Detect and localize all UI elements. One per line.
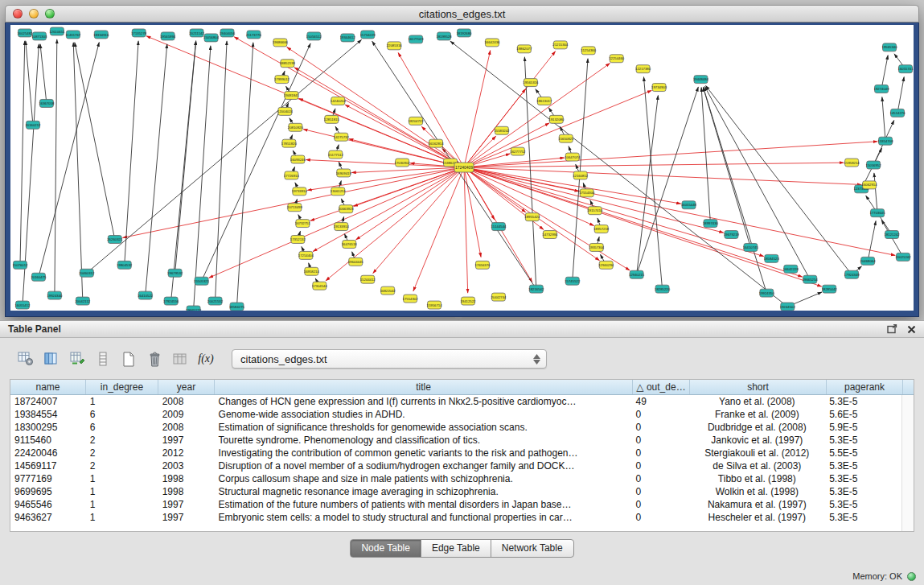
citation-edge[interactable] — [524, 57, 536, 289]
graph-node[interactable]: 18852199 — [280, 60, 296, 68]
graph-node[interactable]: 17924349 — [844, 270, 860, 278]
graph-node[interactable]: 20021242 — [896, 253, 912, 261]
graph-node[interactable]: 19344612 — [340, 34, 356, 42]
graph-node[interactable]: 19804532 — [117, 261, 133, 269]
graph-node[interactable]: 18285220 — [655, 285, 671, 293]
citation-edge[interactable] — [26, 41, 33, 125]
function-builder-icon[interactable]: f(x) — [193, 348, 219, 370]
show-columns-icon[interactable] — [39, 348, 64, 370]
graph-node[interactable]: 12851815 — [324, 115, 340, 123]
graph-node[interactable]: 16410745 — [743, 243, 759, 251]
delete-table-icon[interactable] — [142, 348, 167, 370]
graph-node[interactable]: 15177512 — [328, 150, 344, 159]
graph-node[interactable]: 17924556 — [163, 297, 179, 305]
citation-edge[interactable] — [87, 39, 362, 273]
column-header-year[interactable]: year — [158, 380, 215, 394]
graph-node[interactable]: 15734229 — [360, 31, 376, 39]
graph-node[interactable]: 20042112 — [75, 297, 90, 305]
graph-node[interactable]: 19481841 — [284, 92, 300, 100]
citation-edge-red[interactable] — [464, 167, 468, 293]
graph-node[interactable]: 18955424 — [524, 213, 540, 221]
graph-node[interactable]: 19644445 — [348, 257, 364, 266]
graph-node[interactable]: 20211142 — [189, 29, 204, 37]
graph-node[interactable]: 19132080 — [548, 115, 565, 123]
graph-node[interactable]: 17656370 — [474, 261, 491, 269]
graph-node[interactable]: 19565316 — [523, 79, 539, 87]
graph-node[interactable]: 12004024 — [277, 107, 294, 115]
graph-node[interactable]: 15056952 — [866, 161, 882, 169]
table-row[interactable]: 1830029562008Estimation of significance … — [10, 421, 901, 434]
citation-edge[interactable] — [637, 87, 699, 274]
new-table-icon[interactable] — [116, 348, 142, 370]
graph-node[interactable]: 19679532 — [167, 269, 183, 277]
table-row[interactable]: 1456911722003Disruption of a novel membe… — [10, 459, 901, 472]
column-header-short[interactable]: short — [690, 380, 827, 394]
table-row[interactable]: 911546021997Tourette syndrome. Phenomeno… — [10, 434, 901, 447]
citation-edge-red[interactable] — [464, 167, 895, 255]
graph-node[interactable]: 18613017 — [536, 97, 552, 105]
citation-edge[interactable] — [868, 220, 876, 261]
graph-node[interactable]: 20160212 — [25, 121, 41, 129]
citation-edge-red[interactable] — [464, 142, 877, 167]
graph-node[interactable]: 17352132 — [290, 236, 306, 244]
tab-node-table[interactable]: Node Table — [350, 539, 421, 558]
graph-node[interactable]: 16642228 — [783, 265, 799, 273]
citation-edge[interactable] — [125, 41, 138, 265]
graph-node[interactable]: 16162814 — [429, 139, 445, 147]
citation-edge-red[interactable] — [464, 167, 822, 286]
graph-node[interactable]: 26260321 — [107, 236, 123, 244]
graph-node[interactable]: 17851820 — [281, 139, 298, 147]
graph-node[interactable]: 16367058 — [39, 99, 55, 107]
graph-node[interactable]: 17304544 — [312, 282, 328, 290]
citation-edge[interactable] — [55, 39, 57, 295]
graph-node[interactable]: 20810920 — [288, 123, 304, 131]
table-row[interactable]: 1872400712008Changes of HCN gene express… — [10, 395, 901, 408]
graph-node[interactable]: 11431767 — [66, 31, 81, 39]
citation-edge[interactable] — [175, 41, 196, 273]
citation-edge[interactable] — [874, 173, 877, 213]
citation-edge-red[interactable] — [464, 167, 803, 277]
table-row[interactable]: 969969511998Structural magnetic resonanc… — [10, 485, 901, 498]
graph-node[interactable]: 19412522 — [460, 297, 476, 305]
citation-edge-red[interactable] — [464, 163, 844, 167]
graph-node[interactable]: 15056804 — [203, 34, 220, 42]
graph-node[interactable]: 18285442 — [822, 285, 838, 293]
citation-edge[interactable] — [897, 76, 904, 113]
graph-node[interactable]: 20663923 — [339, 205, 355, 213]
graph-node[interactable]: 17999012 — [274, 76, 290, 84]
citation-edge-red[interactable] — [464, 51, 491, 167]
graph-node[interactable]: 16025482 — [17, 29, 33, 37]
graph-node[interactable]: 18121242 — [885, 231, 901, 239]
citation-edge[interactable] — [73, 43, 83, 301]
citation-edge[interactable] — [882, 97, 885, 141]
citation-edge[interactable] — [216, 41, 228, 301]
graph-node[interactable]: 11254360 — [581, 47, 596, 55]
graph-node[interactable]: 16958214 — [304, 267, 320, 275]
column-header-out_de[interactable]: △ out_de… — [633, 380, 690, 394]
graph-node[interactable]: 19665254 — [803, 275, 819, 283]
row-height-icon[interactable] — [90, 348, 116, 370]
graph-node[interactable]: 15076012 — [12, 261, 28, 269]
graph-node[interactable]: 12940294 — [598, 261, 614, 269]
graph-node[interactable]: 21215304 — [552, 41, 569, 49]
graph-node[interactable]: 19157410 — [587, 207, 603, 215]
graph-node[interactable]: 19565994 — [160, 32, 176, 40]
citation-edge[interactable] — [20, 41, 25, 265]
graph-node[interactable]: 15583242 — [494, 126, 510, 134]
graph-node[interactable]: 19565340 — [882, 43, 898, 51]
citation-edge[interactable] — [881, 56, 888, 89]
graph-node[interactable]: 16732751 — [295, 220, 311, 228]
graph-node[interactable]: 19665123 — [186, 306, 202, 311]
table-settings-icon[interactable] — [13, 348, 39, 370]
graph-node[interactable]: 13354708 — [878, 137, 894, 145]
graph-node[interactable]: 13061251 — [331, 187, 347, 196]
graph-node[interactable]: 16822042 — [380, 286, 396, 295]
graph-node[interactable]: 14275732 — [334, 133, 350, 141]
graph-node[interactable]: 19274049 — [874, 85, 890, 93]
graph-node[interactable]: 16410522 — [138, 291, 154, 299]
graph-node[interactable]: 16062914 — [862, 181, 878, 189]
graph-node[interactable]: 20160475 — [31, 273, 47, 281]
edit-table-icon[interactable] — [64, 348, 90, 370]
table-row[interactable]: 1938455462009Genome-wide association stu… — [10, 408, 901, 421]
graph-node[interactable]: 16476518 — [342, 240, 358, 248]
